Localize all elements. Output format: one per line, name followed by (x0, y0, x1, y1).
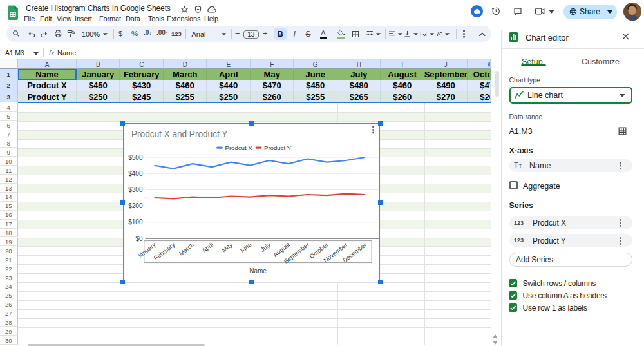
svg-text:A: A (437, 31, 440, 35)
svg-text:$200: $200 (128, 202, 143, 209)
svg-text:$500: $500 (128, 154, 143, 161)
svg-text:June: June (238, 241, 252, 255)
svg-text:February: February (152, 241, 176, 262)
svg-text:Prodcut X: Prodcut X (225, 144, 252, 151)
svg-text:July: July (259, 241, 272, 253)
svg-text:April: April (200, 241, 214, 254)
svg-text:$100: $100 (128, 218, 143, 226)
svg-text:March: March (177, 241, 195, 257)
svg-text:Prodcut X and Product Y: Prodcut X and Product Y (131, 130, 227, 139)
svg-text:T: T (519, 163, 522, 169)
svg-text:Name: Name (249, 267, 267, 274)
svg-text:T: T (514, 162, 518, 169)
svg-text:Product Y: Product Y (264, 144, 292, 151)
svg-text:$400: $400 (128, 170, 143, 177)
svg-text:$300: $300 (128, 186, 143, 193)
svg-text:May: May (220, 241, 233, 254)
svg-text:$0: $0 (135, 235, 143, 242)
